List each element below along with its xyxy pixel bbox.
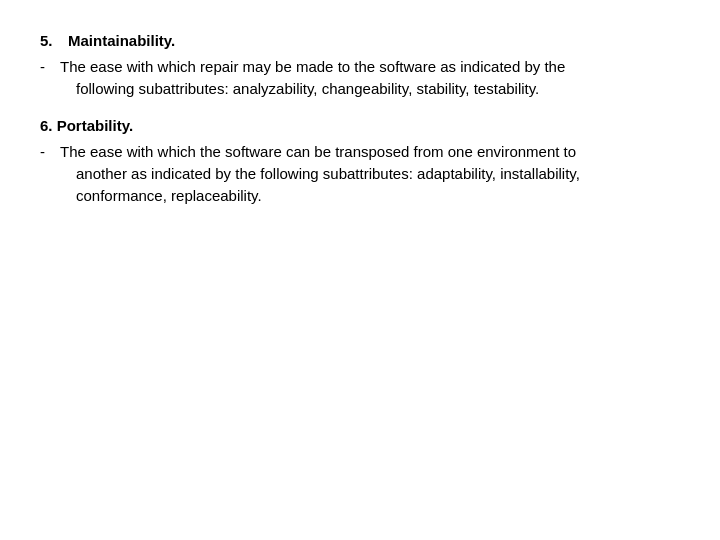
section-5-text: The ease with which repair may be made t… bbox=[60, 56, 680, 100]
section-6-line3: conformance, replaceability. bbox=[76, 187, 262, 204]
section-5-line1: The ease with which repair may be made t… bbox=[60, 58, 565, 75]
section-5-title: Maintainability. bbox=[68, 30, 175, 52]
section-5: 5. Maintainability. - The ease with whic… bbox=[40, 30, 680, 99]
section-5-dash: - bbox=[40, 56, 56, 78]
section-6-line1: The ease with which the software can be … bbox=[60, 143, 576, 160]
section-6-number-title: 6. Portability. bbox=[40, 115, 133, 137]
section-6-line2: another as indicated by the following su… bbox=[76, 165, 580, 182]
page-content: 5. Maintainability. - The ease with whic… bbox=[0, 0, 720, 252]
section-5-number: 5. bbox=[40, 30, 60, 52]
section-5-header: 5. Maintainability. bbox=[40, 30, 680, 52]
section-5-bullet: - The ease with which repair may be made… bbox=[40, 56, 680, 100]
section-6-text: The ease with which the software can be … bbox=[60, 141, 680, 206]
section-6-title: Portability. bbox=[57, 117, 133, 134]
section-6-bullet: - The ease with which the software can b… bbox=[40, 141, 680, 206]
section-6: 6. Portability. - The ease with which th… bbox=[40, 115, 680, 206]
section-6-header: 6. Portability. bbox=[40, 115, 680, 137]
section-6-dash: - bbox=[40, 141, 56, 163]
section-5-line2: following subattributes: analyzability, … bbox=[76, 80, 539, 97]
section-6-number: 6. bbox=[40, 117, 53, 134]
